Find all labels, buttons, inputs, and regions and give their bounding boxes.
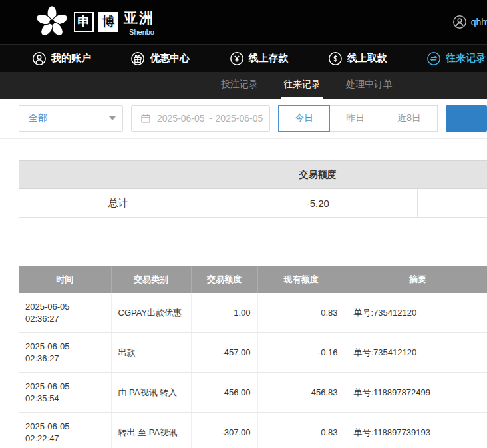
- filter-bar: 全部 2025-06-05 ~ 2025-06-05 今日 昨日 近8日: [0, 99, 487, 139]
- cell-type: 由 PA视讯 转入: [111, 373, 191, 413]
- cell-time: 2025-06-05 02:35:54: [19, 373, 111, 413]
- search-button[interactable]: [446, 105, 487, 132]
- table-row: 2025-06-05 02:22:47 转出 至 PA视讯 -307.00 0.…: [19, 413, 487, 448]
- col-header-amount: 交易额度: [191, 266, 257, 293]
- nav-item-transaction-records[interactable]: 往来记录: [426, 51, 486, 66]
- cell-time: 2025-06-05 02:36:27: [19, 333, 111, 373]
- nav-item-deposit[interactable]: 线上存款: [230, 51, 289, 66]
- type-select-value: 全部: [29, 112, 47, 124]
- top-header: 申 博 亚洲 Shenbo qhhv: [0, 0, 487, 44]
- nav-item-promotions[interactable]: 优惠中心: [130, 51, 190, 66]
- brand-char-shen: 申: [74, 12, 94, 32]
- cell-balance: 456.83: [257, 373, 345, 413]
- brand-char-bo: 博: [98, 12, 118, 32]
- withdraw-coin-icon: [328, 51, 343, 66]
- account-menu[interactable]: qhhv: [452, 15, 487, 29]
- quick-range-group: 今日 昨日 近8日: [278, 105, 438, 132]
- tab-label: 投注记录: [221, 79, 258, 91]
- nav-label: 线上存款: [249, 52, 289, 65]
- today-button[interactable]: 今日: [278, 105, 330, 132]
- col-header-summary: 摘要: [345, 266, 487, 293]
- last-8-days-button[interactable]: 近8日: [381, 105, 438, 132]
- tab-label: 往来记录: [283, 79, 321, 91]
- cell-summary: 单号:118897739193: [345, 413, 487, 448]
- username: qhhv: [471, 17, 487, 27]
- nav-label: 往来记录: [446, 52, 486, 65]
- cell-amount: 1.00: [191, 293, 257, 333]
- tab-betting-records[interactable]: 投注记录: [219, 72, 260, 99]
- user-avatar-icon: [452, 15, 467, 29]
- main-nav: 我的账户 优惠中心 线上存款 线上取款: [0, 44, 487, 72]
- col-header-type: 交易类别: [111, 266, 191, 293]
- calendar-icon: [140, 112, 152, 124]
- summary-amount-header: 交易额度: [19, 161, 487, 189]
- col-header-balance: 现有额度: [257, 266, 345, 293]
- cell-type: 转出 至 PA视讯: [111, 413, 191, 448]
- cell-amount: -457.00: [191, 333, 257, 373]
- tab-processing-orders[interactable]: 处理中订单: [344, 72, 395, 99]
- cell-summary: 单号:118897872499: [345, 373, 487, 413]
- summary-total-row: 总计 -5.20: [19, 189, 487, 218]
- brand-text: 亚洲 Shenbo: [124, 9, 154, 36]
- cell-summary: 单号:735412120: [345, 333, 487, 373]
- summary-header-row: 交易额度: [19, 161, 487, 189]
- cell-time: 2025-06-05 02:36:27: [19, 293, 111, 333]
- date-range-value: 2025-06-05 ~ 2025-06-05: [157, 113, 263, 124]
- cell-amount: 456.00: [191, 373, 257, 413]
- tab-label: 处理中订单: [346, 79, 393, 91]
- flower-logo-icon: [35, 5, 69, 39]
- summary-total-value: -5.20: [218, 189, 418, 218]
- deposit-coin-icon: [230, 51, 244, 66]
- cell-balance: -0.16: [257, 333, 345, 373]
- page: 申 博 亚洲 Shenbo qhhv 我的账户: [0, 0, 487, 448]
- transactions-section: 时间 交易类别 交易额度 现有额度 摘要 2025-06-05 02:36:27…: [19, 266, 487, 448]
- transfer-record-icon: [426, 51, 441, 66]
- summary-table: 交易额度 总计 -5.20: [19, 160, 487, 218]
- brand-region: 亚洲: [124, 9, 154, 27]
- nav-label: 优惠中心: [150, 52, 190, 65]
- user-icon: [32, 51, 47, 66]
- type-select[interactable]: 全部: [19, 105, 123, 132]
- transactions-table: 时间 交易类别 交易额度 现有额度 摘要 2025-06-05 02:36:27…: [19, 266, 487, 448]
- date-range-input[interactable]: 2025-06-05 ~ 2025-06-05: [131, 105, 270, 132]
- table-row: 2025-06-05 02:35:54 由 PA视讯 转入 456.00 456…: [19, 373, 487, 413]
- table-row: 2025-06-05 02:36:27 出款 -457.00 -0.16 单号:…: [19, 333, 487, 373]
- cell-balance: 0.83: [257, 413, 345, 448]
- cell-amount: -307.00: [191, 413, 257, 448]
- summary-section: 交易额度 总计 -5.20: [19, 160, 487, 218]
- transactions-body: 2025-06-05 02:36:27 CGPAY出款优惠 1.00 0.83 …: [19, 293, 487, 448]
- summary-total-label: 总计: [19, 189, 218, 218]
- transactions-header-row: 时间 交易类别 交易额度 现有额度 摘要: [19, 266, 487, 293]
- record-tabs: 投注记录 往来记录 处理中订单: [0, 72, 487, 99]
- cell-type: CGPAY出款优惠: [111, 293, 191, 333]
- table-row: 2025-06-05 02:36:27 CGPAY出款优惠 1.00 0.83 …: [19, 293, 487, 333]
- nav-label: 线上取款: [347, 52, 387, 65]
- cell-summary: 单号:735412120: [345, 293, 487, 333]
- brand-subtitle: Shenbo: [129, 28, 154, 36]
- nav-label: 我的账户: [51, 52, 91, 65]
- brand-logo[interactable]: 申 博 亚洲 Shenbo: [35, 5, 154, 39]
- yesterday-button[interactable]: 昨日: [329, 105, 381, 132]
- nav-item-my-account[interactable]: 我的账户: [32, 51, 91, 66]
- nav-item-withdraw[interactable]: 线上取款: [328, 51, 387, 66]
- tab-transaction-records[interactable]: 往来记录: [281, 72, 323, 99]
- cell-balance: 0.83: [257, 293, 345, 333]
- gift-icon: [130, 51, 145, 66]
- cell-type: 出款: [111, 333, 191, 373]
- summary-empty-cell: [418, 189, 487, 218]
- col-header-time: 时间: [19, 266, 111, 293]
- cell-time: 2025-06-05 02:22:47: [19, 413, 111, 448]
- chevron-down-icon: [109, 116, 116, 120]
